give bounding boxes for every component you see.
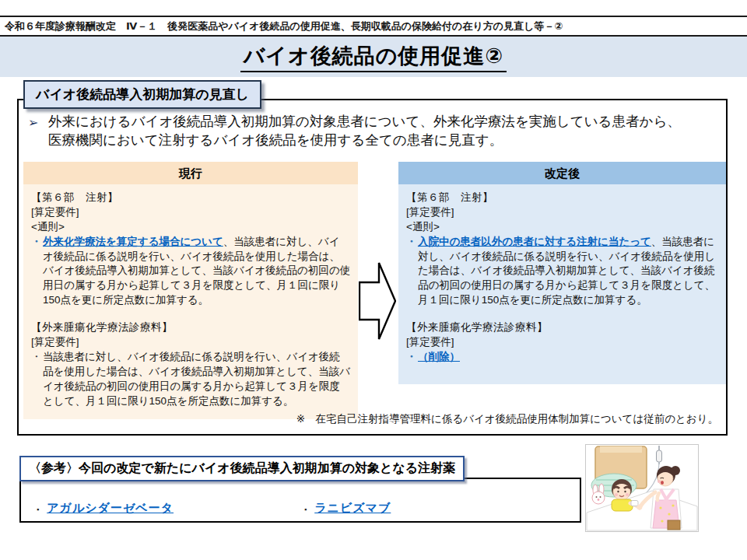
square-bullet-icon: ▪: [304, 506, 307, 513]
right-arrow-icon: [359, 260, 396, 342]
bullet-item: ・ 入院中の患者以外の患者に対する注射に当たって、当該患者に対し、バイオ後続品に…: [406, 235, 718, 308]
drug-name: アガルシダーゼベータ: [47, 501, 174, 516]
reference-item: ▪ アガルシダーゼベータ: [37, 501, 174, 516]
part-title: 【外来腫瘍化学療法診療料】: [31, 320, 350, 335]
breadcrumb: 令和６年度診療報酬改定 Ⅳ－１ 後発医薬品やバイオ後続品の使用促進、長期収載品の…: [5, 19, 741, 33]
requirement-label: [算定要件]: [406, 205, 718, 220]
square-bullet-icon: ▪: [37, 506, 39, 513]
bullet-item: ・ 当該患者に対し、バイオ後続品に係る説明を行い、バイオ後続品を使用した場合は、…: [31, 350, 350, 409]
section-label: バイオ後続品導入初期加算の見直し: [23, 80, 261, 109]
bullet-text: 外来化学療法を算定する場合について、当該患者に対し、バイオ後続品に係る説明を行い…: [43, 235, 350, 308]
part-title: 【第６部 注射】: [31, 191, 350, 205]
page-title: バイオ後続品の使用促進②: [240, 42, 507, 72]
bullet-item: ・ 外来化学療法を算定する場合について、当該患者に対し、バイオ後続品に係る説明を…: [31, 235, 350, 308]
lead-paragraph: ➢ 外来におけるバイオ後続品導入初期加算の対象患者について、外来化学療法を実施し…: [28, 113, 686, 149]
reference-panel: ▪ アガルシダーゼベータ ▪ ラニビズマブ: [19, 478, 581, 523]
deleted-mark: （削除）: [418, 351, 460, 362]
bullet-item: ・ （削除）: [406, 350, 718, 365]
bullet-dot: ・: [31, 350, 43, 409]
bullet-text: 当該患者に対し、バイオ後続品に係る説明を行い、バイオ後続品を使用した場合は、バイ…: [43, 350, 350, 409]
reference-item: ▪ ラニビズマブ: [304, 501, 391, 516]
requirement-label: [算定要件]: [406, 335, 718, 350]
reference-header: 〈参考〉今回の改定で新たにバイオ後続品導入初期加算の対象となる注射薬: [19, 456, 465, 481]
revised-column-header: 改定後: [398, 162, 726, 184]
requirement-label: [算定要件]: [31, 335, 350, 350]
slide: 令和６年度診療報酬改定 Ⅳ－１ 後発医薬品やバイオ後続品の使用促進、長期収載品の…: [0, 0, 747, 560]
bullet-text: （削除）: [418, 350, 718, 365]
title-band: バイオ後続品の使用促進②: [0, 37, 747, 77]
nurse-patient-illustration: [585, 444, 699, 532]
lead-text: 外来におけるバイオ後続品導入初期加算の対象患者について、外来化学療法を実施してい…: [48, 113, 686, 149]
general-rule-label: <通則>: [31, 220, 350, 235]
main-panel: ➢ 外来におけるバイオ後続品導入初期加算の対象患者について、外来化学療法を実施し…: [17, 99, 728, 436]
part-title: 【第６部 注射】: [406, 191, 718, 205]
revised-phrase: 入院中の患者以外の患者に対する注射に当たって: [418, 236, 651, 247]
bullet-text: 入院中の患者以外の患者に対する注射に当たって、当該患者に対し、バイオ後続品に係る…: [418, 235, 718, 308]
breadcrumb-bar: 令和６年度診療報酬改定 Ⅳ－１ 後発医薬品やバイオ後続品の使用促進、長期収載品の…: [0, 16, 747, 37]
part-title: 【外来腫瘍化学療法診療料】: [406, 320, 718, 335]
revised-column: 改定後 【第６部 注射】 [算定要件] <通則> ・ 入院中の患者以外の患者に対…: [398, 162, 726, 384]
revised-column-body: 【第６部 注射】 [算定要件] <通則> ・ 入院中の患者以外の患者に対する注射…: [398, 184, 726, 384]
footnote: ※ 在宅自己注射指導管理料に係るバイオ後続品使用体制加算については従前のとおり。: [296, 412, 718, 426]
current-column: 現行 【第６部 注射】 [算定要件] <通則> ・ 外来化学療法を算定する場合に…: [23, 162, 358, 419]
bullet-dot: ・: [406, 235, 418, 308]
drug-name: ラニビズマブ: [314, 501, 391, 516]
bullet-dot: ・: [406, 350, 418, 365]
requirement-label: [算定要件]: [31, 205, 350, 220]
bullet-dot: ・: [31, 235, 43, 308]
current-column-header: 現行: [23, 162, 358, 184]
current-column-body: 【第６部 注射】 [算定要件] <通則> ・ 外来化学療法を算定する場合について…: [23, 184, 358, 419]
general-rule-label: <通則>: [406, 220, 718, 235]
revised-phrase: 外来化学療法を算定する場合について: [43, 236, 223, 247]
arrow-bullet-icon: ➢: [28, 113, 48, 149]
